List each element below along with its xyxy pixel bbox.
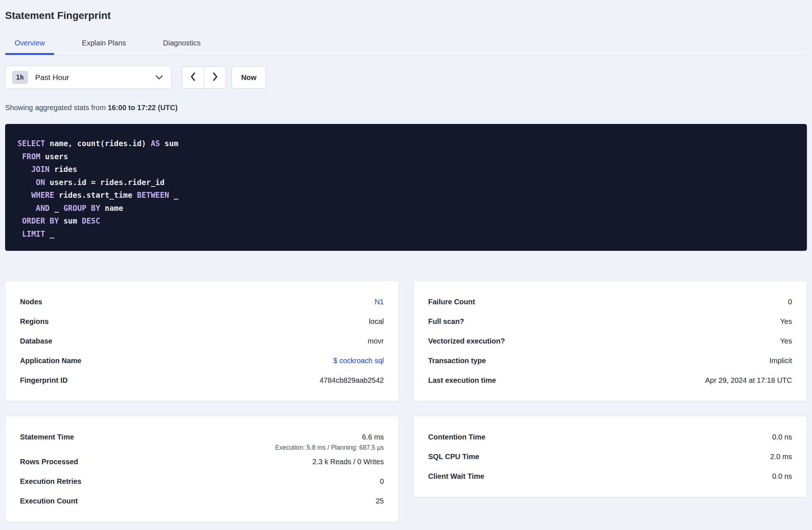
row-label: Contention Time [428,433,485,441]
row-value: 4784cb829aab2542 [319,376,384,385]
detail-row-nodes: Nodes N1 [20,292,384,312]
detail-row-fingerprint-id: Fingerprint ID 4784cb829aab2542 [20,370,384,390]
stats-line-range: 16:00 to 17:22 (UTC) [108,104,177,112]
time-nav-group [182,66,226,89]
tab-diagnostics[interactable]: Diagnostics [154,39,210,55]
previous-interval-button[interactable] [182,66,204,89]
statement-time-breakdown: Execution: 5.8 ms / Planning: 687.5 µs [20,443,384,452]
sql-line: WHERE rides.start_time BETWEEN _ [17,189,795,202]
detail-row-rows-processed: Rows Processed 2.3 k Reads / 0 Writes [20,452,384,471]
row-label: Rows Processed [20,458,78,466]
detail-row-last-execution-time: Last execution time Apr 29, 2024 at 17:1… [428,370,792,390]
detail-row-sql-cpu-time: SQL CPU Time 2.0 ms [428,447,792,466]
row-value: Yes [780,337,792,345]
detail-row-transaction-type: Transaction type Implicit [428,351,792,370]
detail-row-regions: Regions local [20,312,384,331]
sql-line: ORDER BY sum DESC [17,215,795,228]
chevron-right-icon [212,71,219,84]
row-label: Last execution time [428,376,496,385]
row-value: 2.3 k Reads / 0 Writes [313,458,384,466]
tab-explain-plans[interactable]: Explain Plans [72,39,135,55]
row-value: 0 [380,477,384,486]
row-value: 25 [376,497,384,505]
row-value: Yes [780,317,792,326]
row-value: 0.0 ns [772,472,792,481]
statement-details-card: Nodes N1 Regions local Database movr App… [5,281,399,401]
row-label: Client Wait Time [428,472,484,481]
page-title: Statement Fingerprint [5,0,807,22]
row-value: 0.0 ns [772,433,792,441]
tab-bar: Overview Explain Plans Diagnostics [5,39,807,55]
aggregated-stats-line: Showing aggregated stats from 16:00 to 1… [5,103,807,112]
row-value: Implicit [769,357,792,365]
row-value: 0 [788,298,792,306]
sql-line: JOIN rides [17,163,795,176]
details-cards-grid: Nodes N1 Regions local Database movr App… [5,281,807,522]
stats-line-prefix: Showing aggregated stats from [5,104,108,112]
row-label: Failure Count [428,298,475,306]
statement-fingerprint-page: Statement Fingerprint Overview Explain P… [0,0,812,528]
row-value: 6.6 ms [362,433,384,441]
sql-line: ON users.id = rides.rider_id [17,176,795,189]
row-label: Statement Time [20,433,74,441]
statement-times-card: Statement Time 6.6 ms Execution: 5.8 ms … [5,416,399,522]
row-label: Vectorized execution? [428,337,505,345]
detail-row-execution-retries: Execution Retries 0 [20,471,384,491]
time-interval-label: Past Hour [35,73,69,82]
row-label: Database [20,337,52,345]
detail-row-full-scan: Full scan? Yes [428,312,792,331]
row-label: Full scan? [428,317,464,326]
row-value: local [369,317,384,326]
interval-badge: 1h [12,71,28,84]
time-picker-row: 1h Past Hour Now [5,66,807,89]
sql-line: SELECT name, count(rides.id) AS sum [17,137,795,150]
time-interval-dropdown[interactable]: 1h Past Hour [5,66,172,89]
detail-row-vectorized-execution: Vectorized execution? Yes [428,331,792,351]
nodes-link[interactable]: N1 [374,298,384,306]
detail-row-failure-count: Failure Count 0 [428,292,792,312]
chevron-left-icon [189,71,197,84]
row-label: Transaction type [428,357,486,365]
row-label: Regions [20,317,49,326]
sql-line: AND _ GROUP BY name [17,202,795,215]
sql-statement-box: SELECT name, count(rides.id) AS sum FROM… [5,124,807,251]
row-value: movr [368,337,384,345]
row-label: SQL CPU Time [428,453,479,461]
detail-row-contention-time: Contention Time 0.0 ns [428,427,792,447]
row-label: Nodes [20,298,42,306]
detail-row-client-wait-time: Client Wait Time 0.0 ns [428,466,792,486]
row-label: Execution Retries [20,477,81,486]
row-label: Application Name [20,357,81,365]
row-label: Fingerprint ID [20,376,68,385]
sql-line: FROM users [17,150,795,164]
detail-row-database: Database movr [20,331,384,351]
chevron-down-icon [155,75,163,80]
row-value: 2.0 ms [770,453,792,461]
detail-row-execution-count: Execution Count 25 [20,491,384,511]
sql-line: LIMIT _ [17,228,795,241]
row-value: Apr 29, 2024 at 17:18 UTC [705,376,792,385]
row-label: Execution Count [20,497,78,505]
application-name-link[interactable]: $ cockroach sql [333,357,384,365]
next-interval-button[interactable] [204,66,226,89]
now-button[interactable]: Now [232,66,266,89]
wait-times-card: Contention Time 0.0 ns SQL CPU Time 2.0 … [413,416,807,497]
tab-overview[interactable]: Overview [5,39,54,55]
execution-attributes-card: Failure Count 0 Full scan? Yes Vectorize… [413,281,807,401]
detail-row-application-name: Application Name $ cockroach sql [20,351,384,370]
